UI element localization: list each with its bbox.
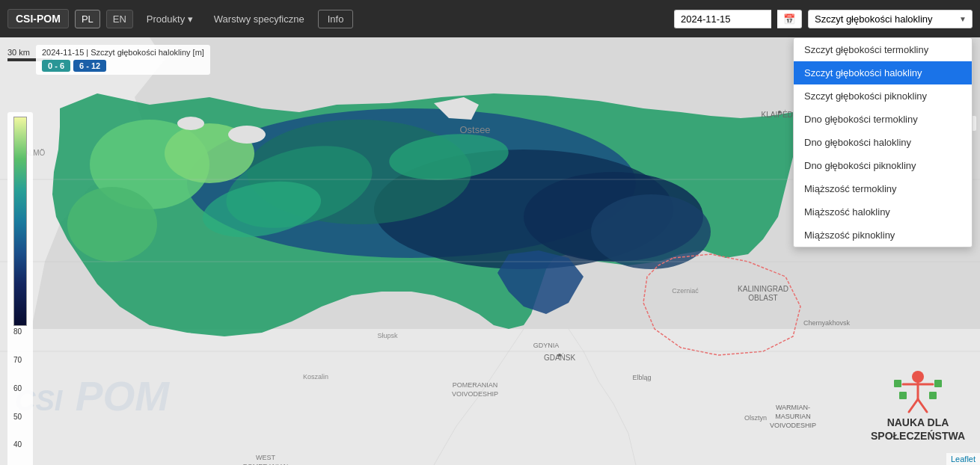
logo-svg: [888, 363, 948, 416]
svg-text:Koszalin: Koszalin: [303, 373, 328, 381]
bar-label: 50: [13, 413, 27, 421]
svg-text:VOIVODESHIP: VOIVODESHIP: [452, 390, 498, 398]
svg-text:WEST: WEST: [256, 454, 276, 461]
svg-text:GDYNIA: GDYNIA: [533, 342, 560, 349]
legend-chips: 0 - 6 6 - 12: [42, 60, 204, 72]
svg-text:Olsztyn: Olsztyn: [744, 414, 767, 422]
map-info-label: 2024-11-15 | Szczyt głębokości halokliny…: [42, 48, 204, 57]
svg-point-7: [67, 187, 157, 262]
svg-text:OBLAST: OBLAST: [748, 294, 777, 302]
svg-text:MASURIAN: MASURIAN: [775, 413, 811, 420]
layers-menu-button[interactable]: Warstwy specyficzne: [206, 10, 312, 28]
leaflet-attribution[interactable]: Leaflet: [946, 453, 980, 465]
lang-pl-button[interactable]: PL: [75, 10, 100, 28]
lang-en-button[interactable]: EN: [106, 10, 133, 28]
dropdown-item-4[interactable]: Dno głębokości halokliny: [794, 131, 972, 154]
logo-text: NAUKA DLASPOŁECZEŃSTWA: [871, 416, 965, 443]
svg-text:Ostsee: Ostsee: [459, 124, 490, 135]
svg-point-44: [912, 371, 924, 383]
svg-text:POMERANIAN: POMERANIAN: [453, 381, 498, 389]
calendar-icon[interactable]: 📅: [777, 10, 802, 28]
dropdown-item-2[interactable]: Szczyt głębokości piknokliny: [794, 84, 972, 108]
svg-text:KALININGRAD: KALININGRAD: [738, 285, 788, 293]
dropdown-item-0[interactable]: Szczyt głębokości termokliny: [794, 38, 972, 61]
svg-point-42: [558, 354, 561, 357]
chip-range-2: 6 - 12: [73, 60, 106, 72]
bar-label: 60: [13, 384, 27, 392]
dropdown-item-3[interactable]: Dno głębokości termokliny: [794, 108, 972, 131]
logo-area: NAUKA DLASPOŁECZEŃSTWA: [871, 363, 965, 443]
product-select-wrapper: Szczyt głębokości halokliny: [808, 10, 973, 28]
gradient-bar: [13, 117, 27, 326]
chip-range-1: 0 - 6: [42, 60, 70, 72]
svg-point-13: [228, 126, 266, 144]
date-input[interactable]: [674, 10, 771, 28]
app-brand: CSI-POM: [7, 9, 69, 28]
bar-label: 80: [13, 327, 27, 336]
svg-point-9: [591, 194, 711, 269]
svg-point-14: [177, 117, 204, 130]
svg-line-48: [918, 399, 927, 412]
svg-text:Słupsk: Słupsk: [377, 332, 398, 339]
svg-text:Chernyakhovsk: Chernyakhovsk: [803, 319, 851, 327]
svg-text:Elbląg: Elbląg: [632, 374, 651, 381]
svg-line-47: [909, 399, 918, 412]
dropdown-item-5[interactable]: Dno głębokości piknokliny: [794, 154, 972, 177]
bar-label: 40: [13, 440, 27, 449]
svg-rect-52: [929, 392, 937, 399]
svg-rect-51: [899, 392, 907, 399]
product-select[interactable]: Szczyt głębokości halokliny: [808, 10, 973, 28]
svg-point-43: [778, 111, 781, 114]
dropdown-menu: Szczyt głębokości termoklinySzczyt głębo…: [793, 37, 973, 247]
bar-labels: 8070605040302010: [13, 326, 27, 465]
svg-text:VOIVODESHIP: VOIVODESHIP: [770, 422, 816, 429]
svg-text:Czerniać: Czerniać: [672, 287, 699, 295]
dropdown-item-7[interactable]: Miąższość halokliny: [794, 200, 972, 224]
map-info: 2024-11-15 | Szczyt głębokości halokliny…: [36, 45, 210, 75]
products-menu-button[interactable]: Produkty ▾: [139, 10, 200, 28]
svg-rect-49: [894, 380, 901, 387]
dropdown-item-8[interactable]: Miąższość piknokliny: [794, 224, 972, 247]
svg-text:WARMIAN-: WARMIAN-: [776, 404, 810, 411]
info-button[interactable]: Info: [318, 10, 354, 28]
svg-rect-50: [934, 380, 942, 387]
bar-label: 70: [13, 356, 27, 364]
dropdown-item-1[interactable]: Szczyt głębokości halokliny: [794, 61, 972, 84]
legend: 8070605040302010: [7, 112, 33, 465]
dropdown-item-6[interactable]: Miąższość termokliny: [794, 177, 972, 200]
